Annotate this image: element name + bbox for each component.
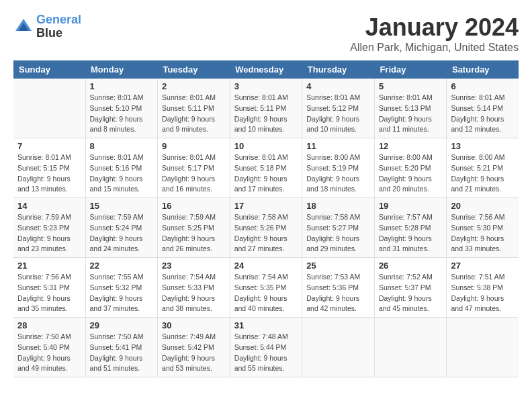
day-number: 14 [17, 201, 81, 211]
day-number: 6 [451, 81, 515, 91]
day-info: Sunrise: 8:01 AMSunset: 5:11 PMDaylight:… [162, 93, 226, 135]
day-number: 18 [306, 201, 370, 211]
day-info: Sunrise: 8:01 AMSunset: 5:13 PMDaylight:… [379, 93, 443, 135]
day-info: Sunrise: 7:54 AMSunset: 5:35 PMDaylight:… [234, 272, 298, 314]
calendar-cell: 5Sunrise: 8:01 AMSunset: 5:13 PMDaylight… [374, 79, 447, 138]
calendar-table: SundayMondayTuesdayWednesdayThursdayFrid… [13, 60, 519, 377]
calendar-cell: 14Sunrise: 7:59 AMSunset: 5:23 PMDayligh… [13, 198, 85, 258]
page-header: General Blue January 2024 Allen Park, Mi… [13, 13, 519, 54]
day-info: Sunrise: 8:01 AMSunset: 5:12 PMDaylight:… [306, 93, 370, 135]
day-number: 30 [162, 320, 226, 330]
calendar-cell: 29Sunrise: 7:50 AMSunset: 5:41 PMDayligh… [85, 318, 158, 377]
calendar-cell: 16Sunrise: 7:59 AMSunset: 5:25 PMDayligh… [158, 198, 230, 258]
day-info: Sunrise: 7:50 AMSunset: 5:40 PMDaylight:… [17, 332, 81, 374]
calendar-cell: 18Sunrise: 7:58 AMSunset: 5:27 PMDayligh… [302, 198, 375, 258]
calendar-cell: 7Sunrise: 8:01 AMSunset: 5:15 PMDaylight… [13, 138, 85, 198]
title-block: January 2024 Allen Park, Michigan, Unite… [350, 13, 519, 54]
calendar-cell [302, 318, 375, 377]
calendar-cell: 13Sunrise: 8:00 AMSunset: 5:21 PMDayligh… [447, 138, 519, 198]
day-number: 19 [379, 201, 443, 211]
calendar-cell: 1Sunrise: 8:01 AMSunset: 5:10 PMDaylight… [85, 79, 158, 138]
day-number: 23 [162, 261, 226, 271]
calendar-cell [13, 79, 85, 138]
calendar-cell: 20Sunrise: 7:56 AMSunset: 5:30 PMDayligh… [447, 198, 519, 258]
day-number: 27 [451, 261, 515, 271]
calendar-cell: 31Sunrise: 7:48 AMSunset: 5:44 PMDayligh… [230, 318, 302, 377]
day-info: Sunrise: 7:57 AMSunset: 5:28 PMDaylight:… [379, 212, 443, 255]
day-info: Sunrise: 7:55 AMSunset: 5:32 PMDaylight:… [90, 272, 154, 314]
calendar-cell: 17Sunrise: 7:58 AMSunset: 5:26 PMDayligh… [230, 198, 302, 258]
day-number: 26 [379, 261, 443, 271]
day-number: 31 [234, 320, 298, 330]
day-info: Sunrise: 7:58 AMSunset: 5:27 PMDaylight:… [306, 212, 370, 255]
header-wednesday: Wednesday [230, 60, 302, 79]
day-info: Sunrise: 7:58 AMSunset: 5:26 PMDaylight:… [234, 212, 298, 255]
day-number: 29 [90, 320, 154, 330]
day-info: Sunrise: 7:56 AMSunset: 5:30 PMDaylight:… [451, 212, 515, 255]
day-number: 12 [379, 141, 443, 151]
day-number: 1 [90, 81, 154, 91]
calendar-cell: 12Sunrise: 8:00 AMSunset: 5:20 PMDayligh… [374, 138, 447, 198]
day-number: 7 [17, 141, 81, 151]
day-info: Sunrise: 7:53 AMSunset: 5:36 PMDaylight:… [306, 272, 370, 314]
day-info: Sunrise: 8:01 AMSunset: 5:14 PMDaylight:… [451, 93, 515, 135]
day-info: Sunrise: 7:51 AMSunset: 5:38 PMDaylight:… [451, 272, 515, 314]
calendar-cell: 21Sunrise: 7:56 AMSunset: 5:31 PMDayligh… [13, 258, 85, 318]
calendar-cell: 10Sunrise: 8:01 AMSunset: 5:18 PMDayligh… [230, 138, 302, 198]
day-info: Sunrise: 7:56 AMSunset: 5:31 PMDaylight:… [17, 272, 81, 314]
calendar-week-row: 14Sunrise: 7:59 AMSunset: 5:23 PMDayligh… [13, 198, 519, 258]
calendar-week-row: 1Sunrise: 8:01 AMSunset: 5:10 PMDaylight… [13, 79, 519, 138]
day-info: Sunrise: 8:01 AMSunset: 5:18 PMDaylight:… [234, 152, 298, 195]
calendar-cell: 30Sunrise: 7:49 AMSunset: 5:42 PMDayligh… [158, 318, 230, 377]
header-saturday: Saturday [447, 60, 519, 79]
calendar-cell: 27Sunrise: 7:51 AMSunset: 5:38 PMDayligh… [447, 258, 519, 318]
day-info: Sunrise: 8:01 AMSunset: 5:11 PMDaylight:… [234, 93, 298, 135]
day-number: 16 [162, 201, 226, 211]
day-info: Sunrise: 8:00 AMSunset: 5:20 PMDaylight:… [379, 152, 443, 195]
day-number: 2 [162, 81, 226, 91]
day-info: Sunrise: 7:52 AMSunset: 5:37 PMDaylight:… [379, 272, 443, 314]
header-sunday: Sunday [13, 60, 85, 79]
calendar-cell: 15Sunrise: 7:59 AMSunset: 5:24 PMDayligh… [85, 198, 158, 258]
calendar-cell: 4Sunrise: 8:01 AMSunset: 5:12 PMDaylight… [302, 79, 375, 138]
day-number: 11 [306, 141, 370, 151]
subtitle: Allen Park, Michigan, United States [350, 42, 519, 54]
calendar-cell: 23Sunrise: 7:54 AMSunset: 5:33 PMDayligh… [158, 258, 230, 318]
header-friday: Friday [374, 60, 447, 79]
day-number: 4 [306, 81, 370, 91]
calendar-cell: 24Sunrise: 7:54 AMSunset: 5:35 PMDayligh… [230, 258, 302, 318]
day-info: Sunrise: 7:50 AMSunset: 5:41 PMDaylight:… [90, 332, 154, 374]
logo-text: General Blue [36, 13, 81, 40]
calendar-cell [447, 318, 519, 377]
day-info: Sunrise: 8:01 AMSunset: 5:10 PMDaylight:… [90, 93, 154, 135]
day-number: 3 [234, 81, 298, 91]
calendar-cell: 9Sunrise: 8:01 AMSunset: 5:17 PMDaylight… [158, 138, 230, 198]
day-number: 15 [90, 201, 154, 211]
day-info: Sunrise: 7:49 AMSunset: 5:42 PMDaylight:… [162, 332, 226, 374]
day-number: 24 [234, 261, 298, 271]
day-info: Sunrise: 7:59 AMSunset: 5:23 PMDaylight:… [17, 212, 81, 255]
calendar-week-row: 28Sunrise: 7:50 AMSunset: 5:40 PMDayligh… [13, 318, 519, 377]
main-title: January 2024 [350, 13, 519, 42]
calendar-week-row: 7Sunrise: 8:01 AMSunset: 5:15 PMDaylight… [13, 138, 519, 198]
calendar-cell: 3Sunrise: 8:01 AMSunset: 5:11 PMDaylight… [230, 79, 302, 138]
calendar-cell: 11Sunrise: 8:00 AMSunset: 5:19 PMDayligh… [302, 138, 375, 198]
calendar-cell: 2Sunrise: 8:01 AMSunset: 5:11 PMDaylight… [158, 79, 230, 138]
calendar-cell: 19Sunrise: 7:57 AMSunset: 5:28 PMDayligh… [374, 198, 447, 258]
day-info: Sunrise: 8:01 AMSunset: 5:17 PMDaylight:… [162, 152, 226, 195]
day-number: 17 [234, 201, 298, 211]
day-number: 28 [17, 320, 81, 330]
day-info: Sunrise: 8:01 AMSunset: 5:16 PMDaylight:… [90, 152, 154, 195]
day-info: Sunrise: 7:59 AMSunset: 5:25 PMDaylight:… [162, 212, 226, 255]
day-number: 20 [451, 201, 515, 211]
day-number: 25 [306, 261, 370, 271]
day-number: 10 [234, 141, 298, 151]
header-monday: Monday [85, 60, 158, 79]
day-number: 13 [451, 141, 515, 151]
calendar-cell: 22Sunrise: 7:55 AMSunset: 5:32 PMDayligh… [85, 258, 158, 318]
day-number: 8 [90, 141, 154, 151]
day-info: Sunrise: 7:54 AMSunset: 5:33 PMDaylight:… [162, 272, 226, 314]
day-number: 5 [379, 81, 443, 91]
day-info: Sunrise: 8:00 AMSunset: 5:19 PMDaylight:… [306, 152, 370, 195]
day-number: 22 [90, 261, 154, 271]
